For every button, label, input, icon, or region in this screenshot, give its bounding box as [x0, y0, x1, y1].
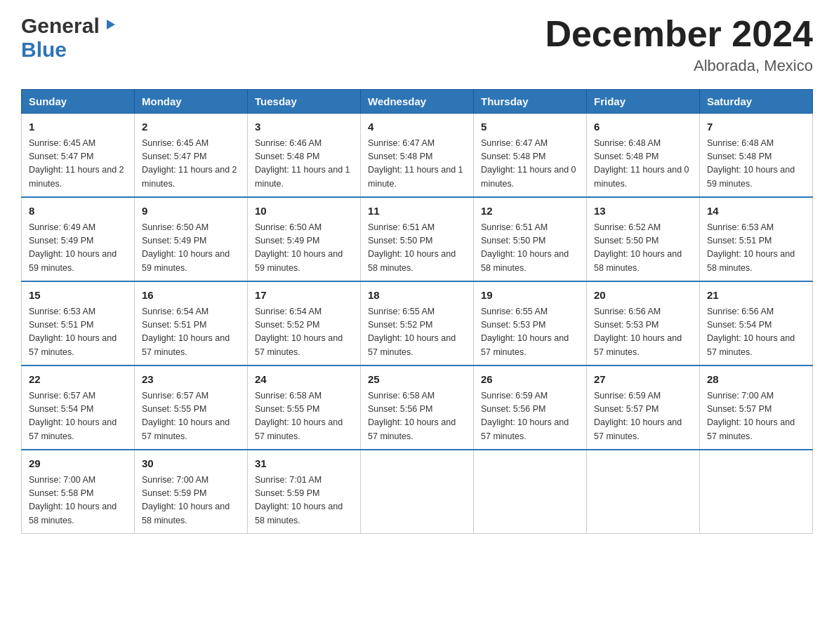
day-info: Sunrise: 6:53 AM Sunset: 5:51 PM Dayligh… — [29, 305, 127, 360]
day-number: 28 — [707, 372, 805, 388]
day-number: 11 — [368, 203, 466, 220]
table-row: 18Sunrise: 6:55 AM Sunset: 5:52 PM Dayli… — [361, 281, 474, 365]
table-row: 3Sunrise: 6:46 AM Sunset: 5:48 PM Daylig… — [248, 114, 361, 198]
table-row: 12Sunrise: 6:51 AM Sunset: 5:50 PM Dayli… — [474, 197, 587, 281]
table-row: 1Sunrise: 6:45 AM Sunset: 5:47 PM Daylig… — [22, 114, 135, 198]
day-number: 14 — [707, 203, 805, 220]
day-number: 16 — [142, 288, 240, 304]
table-row: 9Sunrise: 6:50 AM Sunset: 5:49 PM Daylig… — [135, 197, 248, 281]
table-row — [361, 450, 474, 534]
day-info: Sunrise: 6:48 AM Sunset: 5:48 PM Dayligh… — [594, 137, 692, 192]
day-info: Sunrise: 6:55 AM Sunset: 5:53 PM Dayligh… — [481, 305, 579, 360]
calendar-header-row: Sunday Monday Tuesday Wednesday Thursday… — [22, 90, 813, 114]
day-number: 9 — [142, 203, 240, 220]
day-info: Sunrise: 6:56 AM Sunset: 5:54 PM Dayligh… — [707, 305, 805, 360]
col-monday: Monday — [135, 90, 248, 114]
day-info: Sunrise: 7:00 AM Sunset: 5:59 PM Dayligh… — [142, 474, 240, 528]
table-row: 28Sunrise: 7:00 AM Sunset: 5:57 PM Dayli… — [700, 365, 813, 450]
svg-marker-0 — [107, 20, 115, 29]
day-info: Sunrise: 6:59 AM Sunset: 5:56 PM Dayligh… — [481, 389, 579, 444]
day-info: Sunrise: 6:47 AM Sunset: 5:48 PM Dayligh… — [481, 137, 579, 192]
day-number: 5 — [481, 119, 579, 135]
day-info: Sunrise: 6:53 AM Sunset: 5:51 PM Dayligh… — [707, 221, 805, 276]
day-info: Sunrise: 6:55 AM Sunset: 5:52 PM Dayligh… — [368, 305, 466, 360]
page-header: General Blue December 2024 Alborada, Mex… — [21, 14, 813, 75]
table-row: 8Sunrise: 6:49 AM Sunset: 5:49 PM Daylig… — [22, 197, 135, 281]
day-number: 1 — [29, 119, 127, 135]
table-row — [587, 450, 700, 534]
table-row: 25Sunrise: 6:58 AM Sunset: 5:56 PM Dayli… — [361, 365, 474, 450]
day-number: 26 — [481, 372, 579, 388]
day-number: 4 — [368, 119, 466, 135]
day-number: 30 — [142, 456, 240, 472]
day-number: 31 — [255, 456, 353, 472]
day-number: 25 — [368, 372, 466, 388]
day-info: Sunrise: 7:00 AM Sunset: 5:57 PM Dayligh… — [707, 389, 805, 444]
col-sunday: Sunday — [22, 90, 135, 114]
table-row: 31Sunrise: 7:01 AM Sunset: 5:59 PM Dayli… — [248, 450, 361, 534]
table-row: 29Sunrise: 7:00 AM Sunset: 5:58 PM Dayli… — [22, 450, 135, 534]
table-row: 21Sunrise: 6:56 AM Sunset: 5:54 PM Dayli… — [700, 281, 813, 365]
day-number: 10 — [255, 203, 353, 220]
day-info: Sunrise: 6:51 AM Sunset: 5:50 PM Dayligh… — [481, 221, 579, 276]
table-row: 27Sunrise: 6:59 AM Sunset: 5:57 PM Dayli… — [587, 365, 700, 450]
day-info: Sunrise: 6:50 AM Sunset: 5:49 PM Dayligh… — [255, 221, 353, 276]
table-row: 2Sunrise: 6:45 AM Sunset: 5:47 PM Daylig… — [135, 114, 248, 198]
day-info: Sunrise: 6:58 AM Sunset: 5:55 PM Dayligh… — [255, 389, 353, 444]
day-info: Sunrise: 6:49 AM Sunset: 5:49 PM Dayligh… — [29, 221, 127, 276]
calendar-table: Sunday Monday Tuesday Wednesday Thursday… — [21, 89, 813, 534]
table-row: 11Sunrise: 6:51 AM Sunset: 5:50 PM Dayli… — [361, 197, 474, 281]
table-row: 30Sunrise: 7:00 AM Sunset: 5:59 PM Dayli… — [135, 450, 248, 534]
day-info: Sunrise: 6:51 AM Sunset: 5:50 PM Dayligh… — [368, 221, 466, 276]
day-info: Sunrise: 6:50 AM Sunset: 5:49 PM Dayligh… — [142, 221, 240, 276]
day-number: 12 — [481, 203, 579, 220]
logo-general-text: General — [21, 14, 100, 38]
table-row: 22Sunrise: 6:57 AM Sunset: 5:54 PM Dayli… — [22, 365, 135, 450]
table-row: 15Sunrise: 6:53 AM Sunset: 5:51 PM Dayli… — [22, 281, 135, 365]
day-info: Sunrise: 7:01 AM Sunset: 5:59 PM Dayligh… — [255, 474, 353, 528]
calendar-week-row: 22Sunrise: 6:57 AM Sunset: 5:54 PM Dayli… — [22, 365, 813, 450]
day-info: Sunrise: 6:48 AM Sunset: 5:48 PM Dayligh… — [707, 137, 805, 192]
day-number: 27 — [594, 372, 692, 388]
day-number: 22 — [29, 372, 127, 388]
title-section: December 2024 Alborada, Mexico — [545, 14, 813, 75]
table-row — [700, 450, 813, 534]
day-info: Sunrise: 6:57 AM Sunset: 5:55 PM Dayligh… — [142, 389, 240, 444]
calendar-week-row: 15Sunrise: 6:53 AM Sunset: 5:51 PM Dayli… — [22, 281, 813, 365]
table-row: 4Sunrise: 6:47 AM Sunset: 5:48 PM Daylig… — [361, 114, 474, 198]
day-info: Sunrise: 6:45 AM Sunset: 5:47 PM Dayligh… — [142, 137, 240, 192]
table-row: 26Sunrise: 6:59 AM Sunset: 5:56 PM Dayli… — [474, 365, 587, 450]
day-number: 24 — [255, 372, 353, 388]
table-row: 10Sunrise: 6:50 AM Sunset: 5:49 PM Dayli… — [248, 197, 361, 281]
day-number: 2 — [142, 119, 240, 135]
col-thursday: Thursday — [474, 90, 587, 114]
calendar-week-row: 1Sunrise: 6:45 AM Sunset: 5:47 PM Daylig… — [22, 114, 813, 198]
calendar-week-row: 29Sunrise: 7:00 AM Sunset: 5:58 PM Dayli… — [22, 450, 813, 534]
table-row: 5Sunrise: 6:47 AM Sunset: 5:48 PM Daylig… — [474, 114, 587, 198]
table-row: 13Sunrise: 6:52 AM Sunset: 5:50 PM Dayli… — [587, 197, 700, 281]
table-row: 24Sunrise: 6:58 AM Sunset: 5:55 PM Dayli… — [248, 365, 361, 450]
table-row: 20Sunrise: 6:56 AM Sunset: 5:53 PM Dayli… — [587, 281, 700, 365]
table-row — [474, 450, 587, 534]
logo-arrow-icon — [102, 17, 118, 35]
logo: General Blue — [21, 14, 118, 62]
day-number: 15 — [29, 288, 127, 304]
table-row: 14Sunrise: 6:53 AM Sunset: 5:51 PM Dayli… — [700, 197, 813, 281]
day-info: Sunrise: 6:54 AM Sunset: 5:51 PM Dayligh… — [142, 305, 240, 360]
day-info: Sunrise: 6:45 AM Sunset: 5:47 PM Dayligh… — [29, 137, 127, 192]
table-row: 23Sunrise: 6:57 AM Sunset: 5:55 PM Dayli… — [135, 365, 248, 450]
calendar-week-row: 8Sunrise: 6:49 AM Sunset: 5:49 PM Daylig… — [22, 197, 813, 281]
day-number: 19 — [481, 288, 579, 304]
logo-blue-text: Blue — [21, 38, 67, 62]
day-info: Sunrise: 6:58 AM Sunset: 5:56 PM Dayligh… — [368, 389, 466, 444]
day-number: 29 — [29, 456, 127, 472]
day-info: Sunrise: 6:57 AM Sunset: 5:54 PM Dayligh… — [29, 389, 127, 444]
day-info: Sunrise: 6:56 AM Sunset: 5:53 PM Dayligh… — [594, 305, 692, 360]
col-wednesday: Wednesday — [361, 90, 474, 114]
table-row: 7Sunrise: 6:48 AM Sunset: 5:48 PM Daylig… — [700, 114, 813, 198]
day-info: Sunrise: 7:00 AM Sunset: 5:58 PM Dayligh… — [29, 474, 127, 528]
day-number: 6 — [594, 119, 692, 135]
day-number: 20 — [594, 288, 692, 304]
table-row: 19Sunrise: 6:55 AM Sunset: 5:53 PM Dayli… — [474, 281, 587, 365]
day-number: 7 — [707, 119, 805, 135]
